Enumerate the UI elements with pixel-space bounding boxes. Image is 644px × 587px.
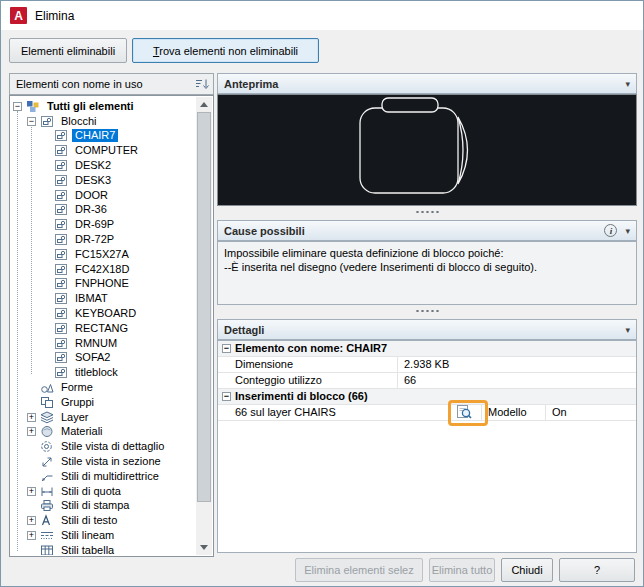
tree-item-label: FC15X27A [72,248,132,261]
collapse-icon[interactable]: − [222,344,231,353]
help-button[interactable]: ? [559,558,635,582]
info-icon[interactable]: i [604,224,617,237]
block-icon [54,322,69,335]
tree-item-stili-di-multidirettrice[interactable]: Stili di multidirettrice [11,469,196,484]
details-group-label: Inserimenti di blocco (66) [235,389,368,404]
tree-item-stile-vista-di-dettaglio[interactable]: Stile vista di dettaglio [11,439,196,454]
tree-scrollbar[interactable] [196,97,212,555]
find-non-purgeable-button[interactable]: Trova elementi non eliminabili [132,38,319,63]
tree-item-stili-di-testo[interactable]: +Stili di testo [11,513,196,528]
tree-item-computer[interactable]: COMPUTER [11,143,196,158]
insert-space-cell: Modello [482,405,546,420]
tree-item-desk3[interactable]: DESK3 [11,173,196,188]
tree-item-fc15x27a[interactable]: FC15X27A [11,247,196,262]
insert-label-cell: 66 sul layer CHAIRS [218,405,482,420]
details-value: 2.938 KB [398,357,449,372]
scroll-down-icon[interactable] [196,540,212,555]
block-icon [54,263,69,276]
tree-item-ibmat[interactable]: IBMAT [11,291,196,306]
details-header-label: Dettagli [224,324,264,336]
tree-item-label: DESK2 [72,159,114,172]
tree-item-gruppi[interactable]: Gruppi [11,395,196,410]
collapse-icon[interactable]: − [27,117,36,126]
section-view-style-icon [40,455,55,468]
tree-item-label: titleblock [72,366,121,379]
tree-item-fc42x18d[interactable]: FC42X18D [11,262,196,277]
tree-item-rectang[interactable]: RECTANG [11,321,196,336]
close-button[interactable]: Chiudi [501,558,553,582]
autocad-logo-icon: A [10,7,27,24]
tree-item-fnphone[interactable]: FNPHONE [11,277,196,292]
block-icon [54,129,69,142]
tree-item-stile-vista-in-sezione[interactable]: Stile vista in sezione [11,454,196,469]
tree-item-titleblock[interactable]: titleblock [11,365,196,380]
collapse-icon[interactable]: − [222,392,231,401]
tree-item-dr-36[interactable]: DR-36 [11,203,196,218]
tree-item-desk2[interactable]: DESK2 [11,158,196,173]
details-label: Dimensione [218,357,398,372]
tree-item-label: Materiali [58,425,106,438]
collapse-icon[interactable]: − [13,102,22,111]
preview-chair-drawing [218,95,636,205]
tree-item-stili-di-stampa[interactable]: Stili di stampa [11,499,196,514]
tree-item-door[interactable]: DOOR [11,188,196,203]
expand-icon[interactable]: + [27,413,36,422]
tree-item-forme[interactable]: Forme [11,380,196,395]
expand-icon[interactable]: + [27,531,36,540]
scroll-up-icon[interactable] [196,97,212,112]
mleader-style-icon [40,470,55,483]
causes-line-2: --È inserita nel disegno (vedere Inserim… [224,260,630,274]
expand-icon[interactable]: + [27,516,36,525]
expand-icon[interactable]: + [27,427,36,436]
details-row: Dimensione2.938 KB [218,357,636,373]
tree: −Tutti gli elementi−BlocchiCHAIR7COMPUTE… [11,97,196,555]
tree-item-dr-72p[interactable]: DR-72P [11,232,196,247]
tree-item-dr-69p[interactable]: DR-69P [11,217,196,232]
block-icon [54,292,69,305]
tree-item-label: FNPHONE [72,277,132,290]
tree-item-stili-tabella[interactable]: Stili tabella [11,543,196,555]
annotation-highlight-box [448,400,488,426]
purge-selected-button[interactable]: Elimina elementi selez [295,558,423,582]
preview-canvas [217,94,637,206]
block-icon [54,218,69,231]
splitter-dots[interactable] [415,309,440,313]
tree-item-rmnum[interactable]: RMNUM [11,336,196,351]
purge-all-button[interactable]: Elimina tutto [429,558,495,582]
tree-item-sofa2[interactable]: SOFA2 [11,351,196,366]
block-icon [54,277,69,290]
detail-view-style-icon [40,440,55,453]
splitter-dots[interactable] [415,210,440,214]
expand-icon[interactable]: + [27,487,36,496]
chevron-down-icon[interactable]: ▾ [625,325,630,335]
tree-item-keyboard[interactable]: KEYBOARD [11,306,196,321]
tree-item-layer[interactable]: +Layer [11,410,196,425]
materials-icon [40,425,55,438]
block-icon [54,189,69,202]
sort-icon[interactable] [194,77,210,91]
find-button-label: rova elementi non eliminabili [159,45,298,57]
details-group-row: −Inserimenti di blocco (66) [218,389,636,405]
block-icon [54,337,69,350]
block-icon [54,351,69,364]
details-label: Conteggio utilizzo [218,373,398,388]
tree-item-label: Stili di multidirettrice [58,470,162,483]
scroll-thumb[interactable] [197,112,211,502]
details-value: 66 [398,373,416,388]
details-group-label: Elemento con nome: CHAIR7 [235,341,387,356]
chevron-down-icon[interactable]: ▾ [625,226,630,236]
layers-icon [40,411,55,424]
details-row: Conteggio utilizzo66 [218,373,636,389]
table-style-icon [40,544,55,555]
tree-item-materiali[interactable]: +Materiali [11,425,196,440]
tree-item-label: KEYBOARD [72,307,139,320]
tree-item-tutti-gli-elementi[interactable]: −Tutti gli elementi [11,99,196,114]
tree-item-label: DESK3 [72,174,114,187]
groups-icon [40,396,55,409]
chevron-down-icon[interactable]: ▾ [625,79,630,89]
tree-item-stili-lineam[interactable]: +Stili lineam [11,528,196,543]
tree-item-blocchi[interactable]: −Blocchi [11,114,196,129]
purgeable-items-button[interactable]: Elementi eliminabili [9,38,127,63]
tree-item-chair7[interactable]: CHAIR7 [11,129,196,144]
tree-item-stili-di-quota[interactable]: +Stili di quota [11,484,196,499]
